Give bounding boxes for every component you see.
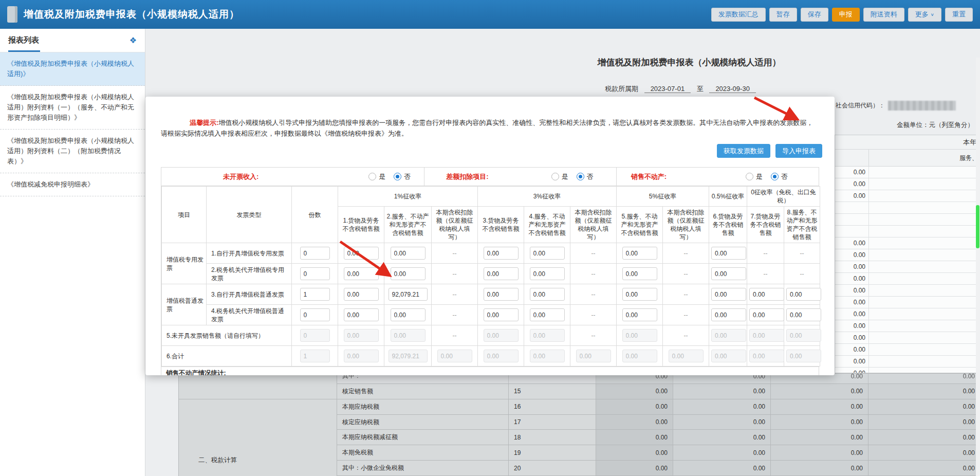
amount-input[interactable] [484,308,519,321]
amount-input[interactable] [622,267,657,280]
amount-input[interactable] [530,267,565,280]
radio-selected[interactable]: 否 [577,172,594,181]
amount-input[interactable] [530,308,565,321]
invoice-data-summary-button[interactable]: 发票数据汇总 [711,8,766,22]
invoice-count-input[interactable] [300,308,330,321]
invoice-count-input[interactable] [300,247,330,260]
cumulative-row: 0.00 0.00 [835,167,980,178]
amount-input [711,329,746,342]
amount-input[interactable] [389,288,428,301]
page-title: 增值税及附加税费申报表（小规模纳税人适用） [598,57,781,68]
radio-selected[interactable]: 否 [394,172,411,181]
topbar: 增值税及附加税费申报表（小规模纳税人适用） 发票数据汇总暂存保存申报附送资料更多… [0,0,980,29]
amount-input[interactable] [484,247,519,260]
amount-input[interactable] [484,288,519,301]
tip-label: 温馨提示: [190,119,218,126]
attachments-button[interactable]: 附送资料 [863,8,904,22]
amount-input[interactable] [711,308,746,321]
taxpayer-id-label: 社会信用代码）： [836,101,885,110]
radio-option[interactable]: 是 [551,172,568,181]
temp-save-button[interactable]: 暂存 [769,8,797,22]
amount-input[interactable] [711,288,746,301]
import-return-button[interactable]: 导入申报表 [775,144,822,158]
radio-group-label: 差额扣除项目: [446,172,488,181]
invoice-row: 6.合计 [162,346,820,367]
amount-input[interactable] [391,267,426,280]
invoice-type-label: 5.未开具发票销售额（请自行填写） [162,325,292,346]
na-cell: -- [432,243,478,264]
amount-input[interactable] [391,247,426,260]
invoice-count-input[interactable] [300,288,330,301]
invoice-type-label: 2.税务机关代开增值税专用发票 [207,264,292,284]
amount-input[interactable] [622,247,657,260]
sidebar: 报表列表 ❖ 《增值税及附加税费申报表（小规模纳税人适用)》《增值税及附加税费申… [0,29,145,476]
amount-input [669,350,704,362]
reset-button[interactable]: 重置 [945,8,973,22]
scrollbar-track[interactable] [976,58,980,476]
sidebar-item-0[interactable]: 《增值税及附加税费申报表（小规模纳税人适用)》 [0,52,145,86]
amount-input[interactable] [344,247,379,260]
column-header: 2.服务、不动产和无形资产不含税销售额 [384,207,432,243]
invoice-row: 4.税务机关代开增值税普通发票------ [162,305,820,325]
cumulative-subheader: 服务、不动产和无形资产 [869,150,980,166]
cumulative-row: 0.00 0.00 [835,178,980,190]
amount-input[interactable] [530,288,565,301]
tip-text: 增值税小规模纳税人引导式申报为辅助您填报申报表的一项服务，您需自行对申报表内容的… [161,119,813,137]
invoice-row: 2.税务机关代开增值税专用发票---------- [162,264,820,284]
more-button[interactable]: 更多∨ [908,8,941,22]
column-header: 6.货物及劳务不含税销售额 [709,207,747,243]
invoice-type-label: 1.自行开具增值税专用发票 [207,243,292,264]
amount-input[interactable] [530,247,565,260]
amount-input[interactable] [622,288,657,301]
save-button[interactable]: 保存 [801,8,828,22]
na-cell: -- [570,325,617,346]
sidebar-item-3[interactable]: 《增值税减免税申报明细表》 [0,173,145,196]
amount-input[interactable] [711,267,746,280]
table-row: 核定应纳税额 17 0.000.000.000.00 [337,415,980,430]
amount-input[interactable] [749,288,784,301]
radio-group-label: 未开票收入: [223,172,258,181]
cumulative-row: 0.00 0.00 [835,285,980,297]
radio-selected[interactable]: 否 [771,172,788,181]
cumulative-row: 0.00 0.00 [835,308,980,320]
invoice-count-input[interactable] [300,267,330,280]
file-return-button[interactable]: 申报 [832,8,860,22]
invoice-type-label: 4.税务机关代开增值税普通发票 [207,305,292,325]
amount-input[interactable] [344,288,379,301]
amount-input[interactable] [391,308,426,321]
radio-circle-icon [771,173,779,180]
radio-option[interactable]: 是 [368,172,385,181]
amount-input[interactable] [749,308,784,321]
cumulative-row: 0.00 0.00 [835,320,980,332]
sidebar-item-1[interactable]: 《增值税及附加税费申报表（小规模纳税人适用）附列资料（一）（服务、不动产和无形资… [0,86,145,130]
invoice-count-input [300,329,330,342]
invoice-row: 增值税专用发票1.自行开具增值税专用发票---------- [162,243,820,264]
amount-input[interactable] [344,308,379,321]
na-cell: -- [432,325,478,346]
column-header: 份数 [292,187,338,243]
column-header: 1.货物及劳务不含税销售额 [338,207,384,243]
fetch-invoice-data-button[interactable]: 获取发票数据 [717,144,770,158]
rate-group-header: 5%征收率 [617,187,709,207]
period-end-date: 2023-09-30 [709,85,756,93]
radio-circle-icon [746,173,753,180]
app: 增值税及附加税费申报表（小规模纳税人适用） 发票数据汇总暂存保存申报附送资料更多… [0,0,980,476]
amount-input[interactable] [344,267,379,280]
cumulative-row: 0.00 0.00 [835,344,980,356]
column-header: 8.服务、不动产和无形资产不含税销售额 [784,207,820,243]
rate-group-header: 0征收率（免税、出口免税） [747,187,820,207]
amount-input[interactable] [786,288,821,301]
sidebar-item-2[interactable]: 《增值税及附加税费申报表（小规模纳税人适用）附列资料（二）（附加税费情况表）》 [0,130,145,173]
column-header: 发票类型 [207,187,292,243]
radio-option[interactable]: 是 [746,172,763,181]
layers-icon[interactable]: ❖ [130,35,137,45]
amount-input[interactable] [622,308,657,321]
amount-input[interactable] [484,267,519,280]
scrollbar-thumb[interactable] [976,205,979,248]
amount-input[interactable] [786,308,821,321]
warm-tip: 温馨提示:增值税小规模纳税人引导式申报为辅助您填报申报表的一项服务，您需自行对申… [161,117,819,139]
na-cell: -- [663,264,709,284]
cumulative-row: 0.00 [835,202,980,214]
window-title: 增值税及附加税费申报表（小规模纳税人适用） [24,8,239,21]
amount-input[interactable] [711,247,746,260]
